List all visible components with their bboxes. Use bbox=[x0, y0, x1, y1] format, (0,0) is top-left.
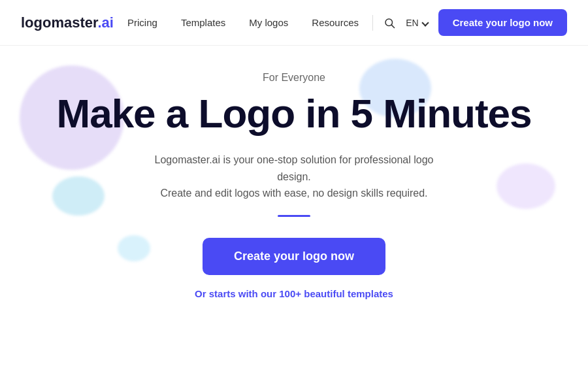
logo-text-main: logomaster bbox=[21, 14, 97, 31]
hero-section: For Everyone Make a Logo in 5 Minutes Lo… bbox=[0, 46, 588, 299]
nav-item-templates[interactable]: Templates bbox=[181, 17, 225, 28]
language-selector[interactable]: EN bbox=[406, 18, 427, 28]
navbar: logomaster.ai Pricing Templates My logos… bbox=[0, 0, 588, 46]
nav-item-pricing[interactable]: Pricing bbox=[127, 17, 157, 28]
templates-link[interactable]: Or starts with our 100+ beautiful templa… bbox=[195, 288, 393, 299]
hero-subtitle-line2: Create and edit logos with ease, no desi… bbox=[160, 188, 427, 199]
lang-label: EN bbox=[406, 18, 418, 28]
nav-links: Pricing Templates My logos Resources bbox=[127, 17, 359, 28]
nav-divider bbox=[372, 15, 373, 31]
search-button[interactable] bbox=[384, 17, 395, 29]
hero-title: Make a Logo in 5 Minutes bbox=[57, 91, 532, 136]
search-icon bbox=[384, 17, 395, 29]
hero-subtitle-line1: Logomaster.ai is your one-stop solution … bbox=[155, 154, 434, 182]
blob-blue-left bbox=[52, 176, 105, 216]
nav-cta-button[interactable]: Create your logo now bbox=[438, 9, 567, 36]
blob-teal-small bbox=[118, 235, 150, 261]
hero-eyebrow: For Everyone bbox=[263, 72, 325, 84]
logo-text-accent: .ai bbox=[97, 14, 113, 31]
nav-item-resources[interactable]: Resources bbox=[312, 17, 359, 28]
hero-cta-button[interactable]: Create your logo now bbox=[203, 238, 385, 275]
svg-line-1 bbox=[392, 25, 395, 27]
logo[interactable]: logomaster.ai bbox=[21, 14, 114, 31]
blob-purple-right bbox=[497, 163, 555, 209]
hero-subtitle: Logomaster.ai is your one-stop solution … bbox=[137, 152, 451, 202]
hero-divider bbox=[278, 215, 310, 217]
nav-item-my-logos[interactable]: My logos bbox=[249, 17, 288, 28]
nav-right: EN Create your logo now bbox=[372, 9, 567, 36]
chevron-down-icon bbox=[421, 19, 429, 26]
